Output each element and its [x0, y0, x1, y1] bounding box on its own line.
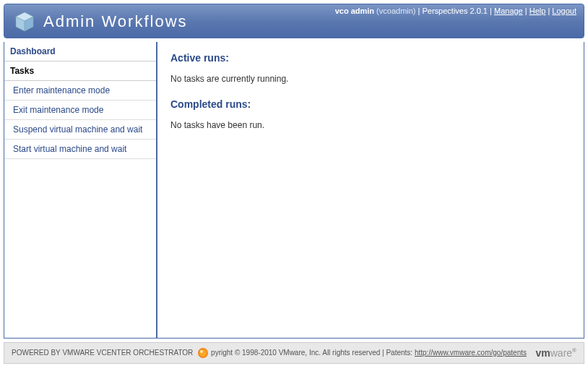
page-title: Admin Workflows — [43, 12, 188, 31]
active-runs-message: No tasks are currently running. — [170, 74, 571, 84]
manage-link[interactable]: Manage — [494, 7, 523, 15]
footer-copyright: pyright © 1998-2010 VMware, Inc. All rig… — [211, 349, 380, 357]
sidebar-dashboard[interactable]: Dashboard — [4, 42, 156, 61]
logout-link[interactable]: Logout — [552, 7, 576, 15]
footer-text: POWERED BY VMWARE VCENTER ORCHESTRATOR p… — [12, 348, 536, 358]
orchestrator-icon — [198, 348, 208, 358]
sidebar: Dashboard Tasks Enter maintenance mode E… — [4, 42, 157, 338]
sidebar-item-start-vm[interactable]: Start virtual machine and wait — [4, 140, 156, 159]
user-display-name: vco admin — [335, 7, 374, 15]
help-link[interactable]: Help — [529, 7, 546, 15]
footer-powered: POWERED BY VMWARE VCENTER ORCHESTRATOR — [12, 349, 193, 357]
cube-icon — [13, 10, 36, 33]
completed-runs-message: No tasks have been run. — [170, 120, 571, 130]
username-paren: (vcoadmin) — [376, 7, 415, 15]
vmware-logo: vmware® — [536, 347, 577, 359]
footer-patents-label: Patents: — [386, 349, 412, 357]
sidebar-item-exit-maintenance[interactable]: Exit maintenance mode — [4, 101, 156, 120]
sidebar-item-enter-maintenance[interactable]: Enter maintenance mode — [4, 81, 156, 101]
footer: POWERED BY VMWARE VCENTER ORCHESTRATOR p… — [4, 342, 584, 364]
sidebar-item-suspend-vm[interactable]: Suspend virtual machine and wait — [4, 120, 156, 140]
completed-runs-title: Completed runs: — [170, 98, 571, 110]
perspectives-version: Perspectives 2.0.1 — [423, 7, 488, 15]
content-area: Active runs: No tasks are currently runn… — [157, 42, 584, 338]
header-top-bar: vco admin (vcoadmin) | Perspectives 2.0.… — [335, 7, 576, 15]
app-header: vco admin (vcoadmin) | Perspectives 2.0.… — [4, 4, 584, 38]
sidebar-tasks-header[interactable]: Tasks — [4, 61, 156, 81]
footer-patents-link[interactable]: http://www.vmware.com/go/patents — [415, 349, 527, 357]
active-runs-title: Active runs: — [170, 52, 571, 64]
main-container: Dashboard Tasks Enter maintenance mode E… — [4, 42, 584, 339]
